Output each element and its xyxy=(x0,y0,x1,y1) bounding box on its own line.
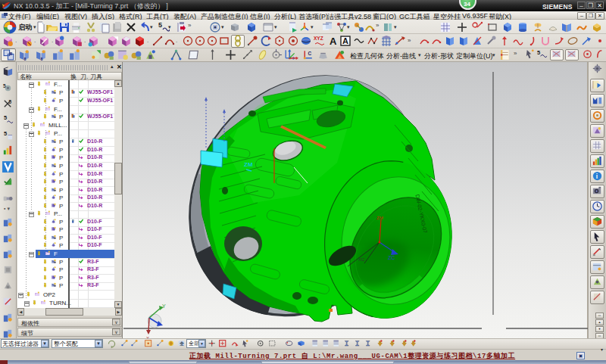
svg-text:5: 5 xyxy=(158,21,162,29)
svg-text:5: 5 xyxy=(3,83,6,89)
svg-text:5: 5 xyxy=(4,130,7,137)
svg-text:i: i xyxy=(596,173,598,180)
svg-text:ZC: ZC xyxy=(388,255,395,260)
svg-text:Y: Y xyxy=(162,303,166,309)
svg-text:XC: XC xyxy=(358,257,365,262)
svg-text:A: A xyxy=(342,36,348,45)
svg-text:全: 全 xyxy=(179,341,184,346)
svg-text:B: B xyxy=(10,51,13,56)
svg-text:C: C xyxy=(308,51,312,56)
svg-text:8: 8 xyxy=(40,57,42,61)
svg-text:XYZ: XYZ xyxy=(314,36,323,41)
svg-text:5: 5 xyxy=(8,99,11,104)
svg-text:5: 5 xyxy=(537,49,540,56)
svg-text:8: 8 xyxy=(23,57,26,61)
svg-text:ZM: ZM xyxy=(244,161,253,168)
svg-text:ZM: ZM xyxy=(376,216,383,220)
svg-text:A: A xyxy=(330,36,337,47)
svg-text:5: 5 xyxy=(4,114,7,121)
